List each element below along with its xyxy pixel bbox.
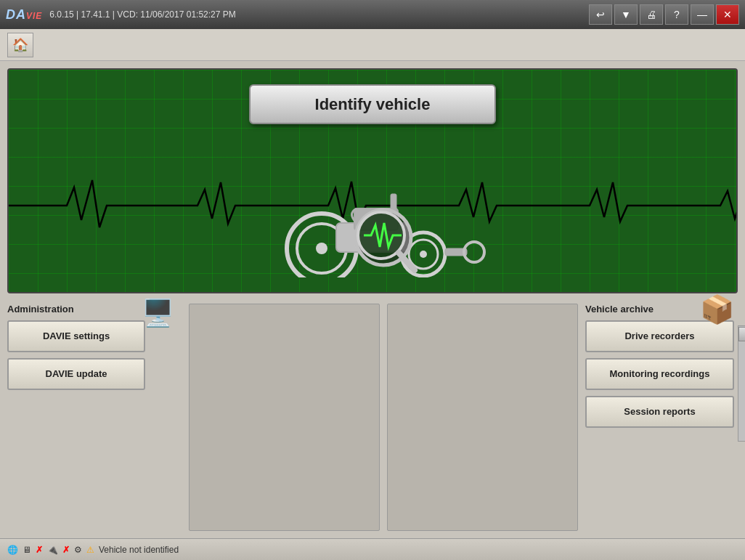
main-content: Identify vehicle [0, 61, 745, 538]
placeholder-panel-1 [189, 304, 380, 531]
monitoring-recordings-button[interactable]: Monitoring recordings [585, 358, 734, 390]
davie-settings-button[interactable]: DAVIE settings [7, 320, 145, 352]
titlebar: DAVIE 6.0.15 | 17.41.1 | VCD: 11/06/2017… [0, 0, 745, 29]
svg-point-5 [420, 251, 427, 258]
device-icon: ⚙ [74, 545, 82, 555]
app-logo: DAVIE [6, 7, 42, 23]
placeholder-panel-2 [387, 304, 578, 531]
archive-icon: 📦 [700, 293, 734, 325]
close-button[interactable]: ✕ [716, 4, 739, 25]
admin-panel: 🖥️ Administration DAVIE settings DAVIE u… [7, 304, 182, 531]
bottom-section: 🖥️ Administration DAVIE settings DAVIE u… [7, 304, 738, 531]
help-button[interactable]: ? [665, 4, 688, 25]
davie-update-button[interactable]: DAVIE update [7, 358, 145, 390]
cable-error-icon: ✗ [62, 545, 70, 555]
print-button[interactable]: 🖨 [640, 4, 663, 25]
identify-vehicle-button[interactable]: Identify vehicle [249, 84, 496, 124]
toolbar: 🏠 [0, 29, 745, 61]
warning-icon: ⚠ [86, 545, 94, 555]
svg-point-2 [316, 243, 327, 254]
session-reports-button[interactable]: Session reports [585, 396, 734, 428]
vehicle-icon [249, 161, 496, 277]
home-button[interactable]: 🏠 [7, 33, 33, 57]
dropdown-button[interactable]: ▼ [614, 4, 638, 25]
network-icon: 🖥 [23, 545, 31, 555]
status-text: Vehicle not identified [99, 545, 179, 555]
diagnostic-screen: Identify vehicle [7, 68, 738, 293]
archive-scroll-thumb[interactable] [738, 327, 745, 341]
network-error-icon: ✗ [36, 545, 43, 555]
version-info: 6.0.15 | 17.41.1 | VCD: 11/06/2017 01:52… [49, 9, 587, 20]
archive-panel: 📦 Vehicle archive Drive recorders Monito… [585, 304, 738, 531]
admin-icon: 🖥️ [142, 298, 174, 328]
minimize-button[interactable]: — [691, 4, 714, 25]
home-icon: 🏠 [12, 37, 28, 53]
archive-scrollbar[interactable] [738, 325, 745, 442]
cable-icon: 🔌 [47, 545, 58, 555]
back-button[interactable]: ↩ [589, 4, 612, 25]
globe-icon: 🌐 [7, 545, 18, 555]
statusbar: 🌐 🖥 ✗ 🔌 ✗ ⚙ ⚠ Vehicle not identified [0, 538, 745, 560]
